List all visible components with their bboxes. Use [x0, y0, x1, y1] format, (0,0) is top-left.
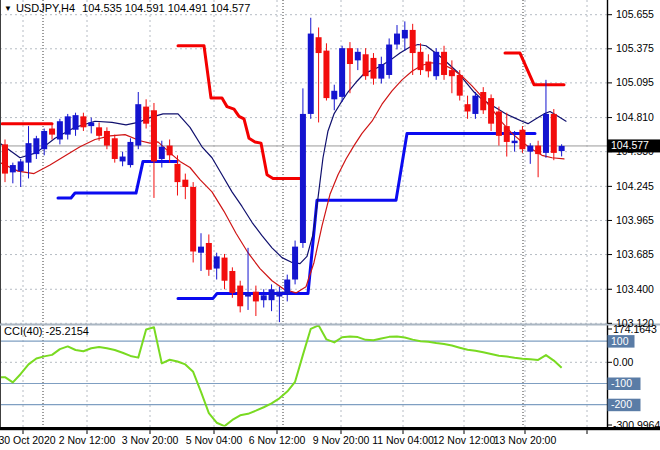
candle-bear [80, 116, 86, 127]
candle-bear [49, 129, 55, 135]
cci-axis-label: -300.9964 [613, 419, 660, 431]
candle-bull [65, 116, 71, 134]
cci-indicator-label: CCI(40) -25.2154 [4, 325, 89, 337]
candle-bear [253, 292, 259, 302]
candle-bull [269, 289, 275, 300]
candle-bull [331, 91, 337, 100]
chart-title: ▼USDJPY,H4104.535 104.591 104.491 104.57… [4, 2, 250, 14]
candle-bear [182, 180, 188, 187]
time-axis-label: 30 Oct 2020 [0, 434, 56, 446]
price-axis-label: 105.095 [616, 76, 654, 88]
candle-bull [261, 295, 267, 300]
candle-bear [457, 75, 463, 96]
candle-bull [284, 280, 290, 295]
candle-bull [543, 114, 549, 153]
time-axis-label: 3 Nov 20:00 [122, 434, 179, 446]
candle-bull [386, 45, 392, 75]
cci-axis-label: -200 [611, 398, 632, 410]
candle-bull [73, 115, 79, 130]
price-axis-label: 104.810 [616, 111, 654, 123]
candle-bear [222, 258, 228, 281]
candle-bull [10, 165, 16, 172]
ohlc-values: 104.535 104.591 104.491 104.577 [82, 2, 250, 14]
candle-bear [519, 130, 525, 149]
candle-bull [355, 52, 361, 61]
price-axis-label: 105.375 [616, 42, 654, 54]
candle-bull [527, 146, 533, 152]
time-axis-label: 11 Nov 04:00 [372, 434, 434, 446]
candle-bear [174, 164, 180, 182]
candle-bear [96, 127, 102, 136]
time-axis-label: 6 Nov 12:00 [249, 434, 306, 446]
candle-bear [237, 286, 243, 307]
candle-bull [559, 146, 565, 151]
candle-bear [167, 146, 173, 156]
time-axis-label: 12 Nov 12:00 [433, 434, 496, 446]
current-price-tag-label: 104.577 [611, 139, 649, 151]
price-axis-label: 103.400 [616, 283, 654, 295]
candle-bull [18, 161, 24, 171]
price-axis-label: 103.965 [616, 214, 654, 226]
candle-bear [316, 37, 322, 53]
candle-bull [26, 143, 32, 162]
price-axis-label: 103.685 [616, 248, 654, 260]
candle-bull [378, 64, 384, 79]
bottom-border-bar [0, 427, 660, 430]
price-axis-label: 105.655 [616, 8, 654, 20]
time-axis-label: 13 Nov 20:00 [494, 434, 557, 446]
candle-bull [41, 131, 47, 149]
symbol-dropdown-icon[interactable]: ▼ [4, 4, 12, 13]
candle-bull [394, 34, 400, 45]
candle-bull [300, 114, 306, 243]
candle-bull [33, 138, 39, 154]
candle-bull [276, 292, 282, 297]
candle-bull [402, 30, 408, 39]
candle-bear [465, 104, 471, 111]
symbol-period-label: USDJPY,H4 [16, 2, 75, 14]
candle-bear [104, 131, 110, 146]
candle-bear [151, 110, 157, 161]
chart-background [0, 0, 660, 450]
candle-bear [535, 146, 541, 155]
candle-bear [206, 243, 212, 270]
candle-bear [551, 114, 557, 153]
candle-bear [480, 92, 486, 110]
candle-bull [472, 96, 478, 114]
candle-bear [347, 48, 353, 64]
candle-bear [370, 58, 376, 79]
candle-bull [433, 52, 439, 76]
time-axis-label: 9 Nov 20:00 [313, 434, 370, 446]
time-axis-label: 5 Nov 04:00 [186, 434, 243, 446]
cci-axis-label: -100 [611, 377, 632, 389]
candle-bull [135, 104, 141, 145]
candle-bear [425, 62, 431, 72]
candle-bear [143, 107, 149, 124]
candle-bull [308, 34, 314, 114]
candlestick-chart-canvas[interactable]: 105.655105.375105.095104.810104.530104.2… [0, 0, 660, 450]
candle-bear [229, 271, 235, 293]
candle-bull [159, 147, 165, 159]
candle-bear [449, 70, 455, 76]
candle-bull [120, 157, 126, 162]
trading-chart-window: 105.655105.375105.095104.810104.530104.2… [0, 0, 660, 450]
candle-bear [418, 52, 424, 70]
time-axis-label: 2 Nov 12:00 [59, 434, 116, 446]
candle-bear [363, 54, 369, 76]
candle-bull [339, 48, 345, 97]
candle-bear [441, 52, 447, 75]
candle-bull [292, 247, 298, 280]
cci-axis-label: 0.00 [613, 356, 634, 368]
candle-bull [512, 141, 518, 143]
candle-bear [2, 144, 8, 173]
candle-bear [190, 187, 196, 252]
price-axis-label: 104.245 [616, 180, 654, 192]
candle-bull [57, 121, 63, 139]
candle-bear [323, 51, 329, 98]
cci-axis-label: 174.1643 [613, 323, 657, 335]
cci-axis-label: 100 [611, 335, 629, 347]
candle-bull [88, 122, 94, 126]
candle-bull [198, 247, 204, 253]
candle-bear [496, 111, 502, 135]
candle-bull [245, 293, 251, 297]
candle-bear [410, 30, 416, 53]
